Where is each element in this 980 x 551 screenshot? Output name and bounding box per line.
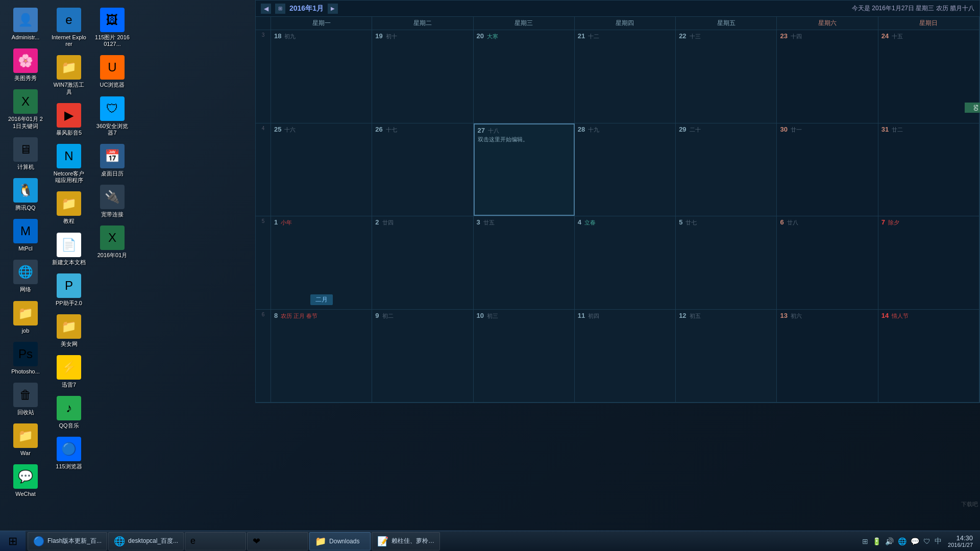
- cell-lunar-w0d3: 十二: [588, 33, 599, 40]
- cal-cell-w0d0[interactable]: 18初九: [271, 30, 372, 123]
- taskbar-item-downloads[interactable]: 📁 Downloads: [309, 532, 371, 550]
- desktop-icon-360safe[interactable]: 🛡 360安全浏览 器7: [92, 94, 133, 139]
- desktop-icon-ppzs[interactable]: P PP助手2.0: [48, 271, 89, 309]
- desktop-icon-mtpcl[interactable]: M MtPcl: [5, 216, 46, 255]
- cell-lunar-w2d0: 小年: [281, 219, 292, 227]
- cal-cell-w1d3[interactable]: 28十九: [575, 123, 676, 216]
- tray-grid-icon[interactable]: ⊞: [861, 536, 869, 546]
- cal-cell-w1d2[interactable]: 27十八双击这里开始编辑。: [474, 123, 575, 216]
- tray-clock[interactable]: 14:30 2016/1/27: [945, 534, 976, 548]
- taskbar-item-unknown[interactable]: ❤: [247, 532, 308, 550]
- cal-today-text: 今天是 2016年1月27日 星期三 农历 腊月十八: [852, 4, 974, 13]
- cal-cell-w1d5[interactable]: 30廿一: [777, 123, 878, 216]
- cal-cell-w1d6[interactable]: 31廿二: [878, 123, 979, 216]
- desktop-icon-storm[interactable]: ▶ 暴风影音5: [48, 101, 89, 139]
- desktop-icon-wechat[interactable]: 💬 WeChat: [5, 462, 46, 500]
- tray-network-icon[interactable]: 🌐: [897, 536, 908, 546]
- icon-label-photoshop: Photosho...: [11, 368, 40, 375]
- icon-label-recycle: 回收站: [17, 409, 34, 416]
- cal-cell-w1d0[interactable]: 25十六: [271, 123, 372, 216]
- cal-cell-w2d5[interactable]: 6廿八: [777, 216, 878, 309]
- tray-lang-icon[interactable]: 中: [934, 536, 943, 547]
- cal-cell-w0d5[interactable]: 23十四: [777, 30, 878, 123]
- icon-img-administrator: 👤: [13, 8, 38, 32]
- tray-msg-icon[interactable]: 💬: [910, 536, 920, 546]
- cal-prev-btn[interactable]: ◀: [261, 4, 271, 14]
- desktop-icon-uc[interactable]: U UC浏览器: [92, 53, 133, 91]
- cal-cell-w2d3[interactable]: 4立春: [575, 216, 676, 309]
- cell-solar-w1d3: 28: [578, 126, 585, 133]
- cal-cell-w1d4[interactable]: 29二十: [676, 123, 777, 216]
- cal-cell-w0d4[interactable]: 22十三: [676, 30, 777, 123]
- desktop-icon-desktopcal[interactable]: 📅 桌面日历: [92, 141, 133, 180]
- desktop-icon-network[interactable]: 🌐 网络: [5, 257, 46, 295]
- cell-lunar-w1d4: 二十: [690, 126, 701, 134]
- desktop-icon-newdoc[interactable]: 📄 新建文本文档: [48, 230, 89, 268]
- desktop-icon-ie[interactable]: e Internet Explorer: [48, 5, 89, 50]
- desktop-icon-thunder[interactable]: ⚡ 迅雷7: [48, 353, 89, 391]
- tray-security-icon[interactable]: 🛡: [922, 536, 932, 546]
- tray-volume-icon[interactable]: 🔊: [884, 536, 895, 546]
- cell-top-w3d1: 9初二: [375, 312, 470, 320]
- cal-cell-w3d4[interactable]: 12初五: [676, 310, 777, 403]
- cal-cell-w1d1[interactable]: 26十七: [372, 123, 473, 216]
- taskbar-item-notepad[interactable]: 📝 赖柱佳、萝柃…: [372, 532, 440, 550]
- cal-week-num-3: 6: [256, 310, 271, 403]
- cal-cell-w2d2[interactable]: 3廿五: [474, 216, 575, 309]
- icon-label-desktopcal: 桌面日历: [101, 170, 124, 177]
- cal-cell-w3d0[interactable]: 8农历 正月 春节: [271, 310, 372, 403]
- desktop-icon-computer[interactable]: 🖥 计算机: [5, 135, 46, 173]
- side-counter[interactable]: 50: [965, 103, 980, 113]
- cell-top-w2d5: 6廿八: [780, 218, 874, 227]
- icon-img-newdoc: 📄: [57, 233, 81, 257]
- taskbar-item-flash[interactable]: 🔵 Flash版本更新_百...: [28, 532, 107, 550]
- desktop-icon-war[interactable]: 📁 War: [5, 421, 46, 459]
- start-button[interactable]: ⊞: [0, 531, 26, 552]
- desktop-icon-recycle[interactable]: 🗑 回收站: [5, 380, 46, 418]
- desktop-icon-115pic[interactable]: 🖼 115图片 20160127...: [92, 5, 133, 50]
- desktop-icon-netcore[interactable]: N Netcore客户 端应用程序: [48, 141, 89, 186]
- cell-top-w1d1: 26十七: [375, 126, 470, 134]
- cell-top-w3d3: 11初四: [578, 312, 672, 320]
- taskbar-item-desktopcal_browser[interactable]: 🌐 desktopcal_百度...: [108, 532, 184, 550]
- cal-cell-w2d1[interactable]: 2廿四: [372, 216, 473, 309]
- taskbar-item-icon-ie_taskbar: e: [190, 536, 195, 546]
- icon-label-thunder: 迅雷7: [62, 382, 76, 388]
- cal-cell-w2d4[interactable]: 5廿七: [676, 216, 777, 309]
- cell-top-w3d4: 12初五: [679, 312, 773, 320]
- icon-img-115browser: 🔵: [57, 437, 81, 461]
- cal-cell-w2d0[interactable]: 1小年二月: [271, 216, 372, 309]
- cal-cell-w0d1[interactable]: 19初十: [372, 30, 473, 123]
- desktop-icon-photoshop[interactable]: Ps Photosho...: [5, 339, 46, 378]
- cal-cell-w2d6[interactable]: 7除夕: [878, 216, 979, 309]
- cal-grid-btn[interactable]: ⊞: [275, 4, 285, 14]
- cal-cell-w3d6[interactable]: 14情人节: [878, 310, 979, 403]
- desktop-icon-tutorial[interactable]: 📁 教程: [48, 189, 89, 227]
- desktop-icon-win7tools[interactable]: 📁 WIN7激活工具: [48, 53, 89, 97]
- icon-label-job: job: [22, 328, 30, 334]
- cal-cell-w3d2[interactable]: 10初三: [474, 310, 575, 403]
- desktop-icon-broadband[interactable]: 🔌 宽带连接: [92, 182, 133, 220]
- tray-battery-icon[interactable]: 🔋: [871, 536, 882, 546]
- desktop-icon-qqmusic[interactable]: ♪ QQ音乐: [48, 393, 89, 432]
- desktop-icon-meituixiu[interactable]: 🌸 美图秀秀: [5, 46, 46, 84]
- cal-cell-w3d5[interactable]: 13初六: [777, 310, 878, 403]
- taskbar-item-ie_taskbar[interactable]: e: [185, 532, 246, 550]
- icon-img-qqmusic: ♪: [57, 396, 81, 420]
- desktop-icon-excel2016b[interactable]: X 2016年01月: [92, 223, 133, 261]
- cal-cell-w3d1[interactable]: 9初二: [372, 310, 473, 403]
- cal-next-btn[interactable]: ▶: [328, 4, 338, 14]
- desktop-icon-qq[interactable]: 🐧 腾讯QQ: [5, 176, 46, 214]
- cal-cell-w0d3[interactable]: 21十二: [575, 30, 676, 123]
- desktop-icon-job[interactable]: 📁 job: [5, 298, 46, 337]
- cell-lunar-w1d6: 廿二: [892, 126, 903, 134]
- cal-cell-w0d2[interactable]: 20大寒: [474, 30, 575, 123]
- cal-cell-w3d3[interactable]: 11初四: [575, 310, 676, 403]
- desktop-icon-excel2016[interactable]: X 2016年01月 21日关键词: [5, 87, 46, 132]
- cal-title: 2016年1月: [289, 4, 324, 13]
- icon-img-desktopcal: 📅: [100, 144, 125, 168]
- cell-solar-w0d3: 21: [578, 32, 585, 40]
- desktop-icon-115browser[interactable]: 🔵 115浏览器: [48, 434, 89, 472]
- desktop-icon-administrator[interactable]: 👤 Administr...: [5, 5, 46, 43]
- desktop-icon-beauty[interactable]: 📁 美女网: [48, 312, 89, 350]
